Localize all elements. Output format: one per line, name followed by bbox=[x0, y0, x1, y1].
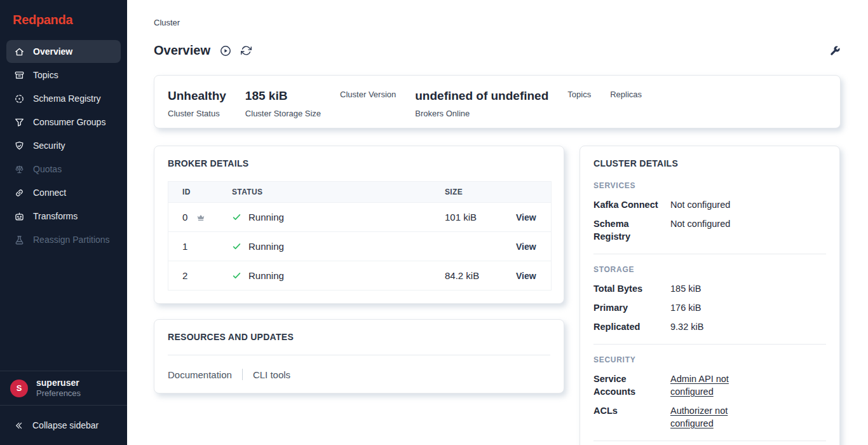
cluster-details-card: CLUSTER DETAILS SERVICES Kafka Connect N… bbox=[580, 146, 840, 445]
page-title: Overview bbox=[154, 43, 210, 58]
resources-title: RESOURCES AND UPDATES bbox=[168, 332, 550, 342]
table-row: 1 Running View bbox=[168, 231, 551, 261]
column-header-status: STATUS bbox=[232, 188, 445, 196]
table-row: 0 Running 101 kiB View bbox=[168, 202, 551, 231]
breadcrumb[interactable]: Cluster bbox=[154, 18, 841, 27]
play-circle-button[interactable] bbox=[220, 45, 231, 57]
sidebar-item-label: Connect bbox=[33, 188, 66, 198]
broker-details-card: BROKER DETAILS ID STATUS SIZE 0 bbox=[154, 146, 564, 304]
stat-label: Topics bbox=[567, 90, 591, 100]
sidebar-item-label: Transforms bbox=[33, 211, 78, 221]
detail-label: Replicated bbox=[593, 320, 670, 333]
scales-icon bbox=[14, 164, 25, 175]
table-row: 2 Running 84.2 kiB View bbox=[168, 261, 551, 290]
collapse-sidebar-button[interactable]: Collapse sidebar bbox=[0, 405, 127, 445]
detail-row: Total Bytes 185 kiB bbox=[593, 282, 826, 295]
broker-table: ID STATUS SIZE 0 bbox=[168, 181, 552, 291]
stat-cluster-version: Cluster Version bbox=[340, 88, 396, 100]
stat-label: Cluster Version bbox=[340, 90, 396, 100]
resources-links: Documentation CLI tools bbox=[168, 369, 550, 380]
storage-section-heading: STORAGE bbox=[593, 265, 826, 274]
cluster-settings-button[interactable] bbox=[829, 45, 841, 57]
stat-replicas: Replicas bbox=[610, 88, 642, 100]
broker-status: Running bbox=[248, 212, 284, 222]
divider bbox=[593, 441, 826, 441]
user-menu[interactable]: S superuser Preferences bbox=[0, 371, 127, 405]
sidebar-item-label: Reassign Partitions bbox=[33, 235, 110, 245]
sidebar-item-label: Overview bbox=[33, 46, 72, 57]
documentation-link[interactable]: Documentation bbox=[168, 369, 232, 380]
detail-row: Kafka Connect Not configured bbox=[593, 198, 826, 211]
detail-value: Not configured bbox=[670, 198, 743, 211]
broker-status: Running bbox=[248, 270, 284, 281]
sidebar-nav: Overview Topics Schema Registry Consumer… bbox=[0, 40, 127, 252]
check-icon bbox=[232, 242, 241, 251]
sidebar: Redpanda Overview Topics Schema Registry… bbox=[0, 0, 127, 445]
authorizer-not-configured-link[interactable]: Authorizer not configured bbox=[670, 404, 743, 430]
sidebar-item-label: Topics bbox=[33, 70, 58, 80]
home-icon bbox=[14, 46, 25, 57]
cluster-stats-bar: Unhealthy Cluster Status 185 kiB Cluster… bbox=[154, 75, 841, 128]
stat-brokers-online: undefined of undefined Brokers Online bbox=[415, 88, 548, 119]
services-section-heading: SERVICES bbox=[593, 181, 826, 190]
view-broker-link[interactable]: View bbox=[516, 212, 536, 222]
main-content: Cluster Overview Unhealthy Cluster Statu… bbox=[127, 0, 868, 445]
broker-id: 0 bbox=[182, 212, 187, 222]
admin-api-not-configured-link[interactable]: Admin API not configured bbox=[670, 373, 743, 398]
detail-value: 9.32 kiB bbox=[670, 320, 743, 333]
sidebar-item-security[interactable]: Security bbox=[6, 134, 121, 157]
detail-label: ACLs bbox=[593, 404, 670, 430]
cli-tools-link[interactable]: CLI tools bbox=[253, 369, 290, 380]
detail-label: Primary bbox=[593, 301, 670, 314]
sidebar-item-quotas[interactable]: Quotas bbox=[6, 158, 121, 181]
sidebar-item-connect[interactable]: Connect bbox=[6, 181, 121, 204]
sidebar-item-reassign-partitions[interactable]: Reassign Partitions bbox=[6, 228, 121, 251]
vertical-separator bbox=[242, 369, 243, 380]
sidebar-item-label: Consumer Groups bbox=[33, 117, 105, 127]
user-name: superuser bbox=[36, 378, 81, 388]
sidebar-item-label: Security bbox=[33, 140, 65, 151]
detail-label: Service Accounts bbox=[593, 373, 670, 398]
resources-card: RESOURCES AND UPDATES Documentation CLI … bbox=[154, 319, 564, 394]
divider bbox=[593, 254, 826, 254]
detail-row: Primary 176 kiB bbox=[593, 301, 826, 314]
detail-label: Total Bytes bbox=[593, 282, 670, 295]
play-circle-icon bbox=[220, 45, 231, 57]
detail-row: Service Accounts Admin API not configure… bbox=[593, 373, 826, 398]
broker-table-header: ID STATUS SIZE bbox=[168, 182, 551, 202]
box-icon bbox=[14, 70, 25, 81]
column-header-size: SIZE bbox=[445, 188, 516, 196]
stat-cluster-status: Unhealthy Cluster Status bbox=[168, 88, 226, 119]
detail-row: Replicated 9.32 kiB bbox=[593, 320, 826, 333]
view-broker-link[interactable]: View bbox=[516, 242, 536, 252]
refresh-icon bbox=[241, 45, 252, 56]
sidebar-item-schema-registry[interactable]: Schema Registry bbox=[6, 87, 121, 110]
controller-crown-icon bbox=[196, 212, 206, 222]
sidebar-item-transforms[interactable]: Transforms bbox=[6, 205, 121, 228]
detail-value: Not configured bbox=[670, 217, 743, 243]
divider bbox=[168, 355, 550, 355]
check-icon bbox=[232, 212, 241, 222]
broker-details-title: BROKER DETAILS bbox=[168, 158, 550, 168]
wrench-icon bbox=[829, 45, 841, 57]
stat-label: Brokers Online bbox=[415, 109, 548, 119]
sidebar-item-label: Quotas bbox=[33, 164, 62, 174]
link-icon bbox=[14, 188, 25, 198]
sidebar-item-topics[interactable]: Topics bbox=[6, 64, 121, 86]
sidebar-bottom: S superuser Preferences Collapse sidebar bbox=[0, 371, 127, 445]
broker-size: 101 kiB bbox=[445, 212, 516, 222]
chevrons-left-icon bbox=[14, 421, 24, 430]
detail-label: Schema Registry bbox=[593, 217, 670, 243]
flask-icon bbox=[14, 235, 25, 245]
broker-size: 84.2 kiB bbox=[445, 270, 516, 281]
detail-row: ACLs Authorizer not configured bbox=[593, 404, 826, 430]
refresh-button[interactable] bbox=[241, 45, 252, 56]
sidebar-item-consumer-groups[interactable]: Consumer Groups bbox=[6, 111, 121, 134]
detail-label: Kafka Connect bbox=[593, 198, 670, 211]
view-broker-link[interactable]: View bbox=[516, 271, 536, 281]
broker-status: Running bbox=[248, 241, 284, 252]
sidebar-item-overview[interactable]: Overview bbox=[6, 40, 121, 63]
stat-value: 185 kiB bbox=[245, 88, 321, 104]
column-header-id: ID bbox=[168, 188, 232, 196]
redpanda-logo: Redpanda bbox=[0, 0, 127, 40]
